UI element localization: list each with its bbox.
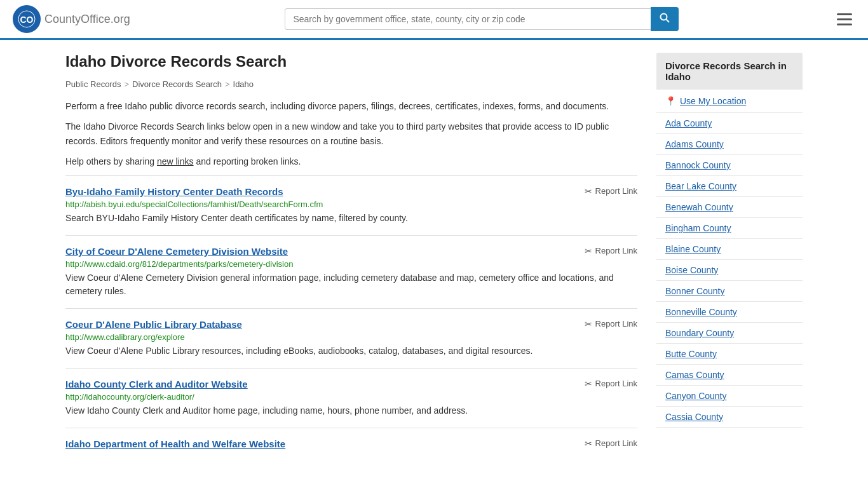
logo-text: CountyOffice.org	[44, 13, 130, 26]
sidebar-county-item: Camas County	[656, 365, 803, 386]
svg-line-3	[667, 20, 670, 23]
result-title-0[interactable]: Byu-Idaho Family History Center Death Re…	[65, 186, 283, 197]
sidebar-county-item: Blaine County	[656, 239, 803, 260]
county-link-10[interactable]: Boundary County	[656, 323, 803, 343]
result-title-4[interactable]: Idaho Department of Health and Welfare W…	[65, 438, 285, 449]
report-icon-4: ✂	[585, 438, 592, 449]
result-desc-2: View Coeur d'Alene Public Library resour…	[65, 344, 637, 358]
county-link-4[interactable]: Benewah County	[656, 197, 803, 217]
description-2: The Idaho Divorce Records Search links b…	[65, 119, 637, 148]
description-1: Perform a free Idaho public divorce reco…	[65, 99, 637, 113]
sidebar-county-item: Adams County	[656, 134, 803, 155]
county-link-7[interactable]: Boise County	[656, 260, 803, 280]
sidebar-county-item: Bannock County	[656, 155, 803, 176]
sidebar-county-item: Boise County	[656, 260, 803, 281]
sidebar-county-item: Bonneville County	[656, 302, 803, 323]
logo[interactable]: CO CountyOffice.org	[13, 5, 130, 33]
report-link-4[interactable]: ✂ Report Link	[585, 438, 637, 449]
sidebar-county-item: Bonner County	[656, 281, 803, 302]
sidebar-county-item: Bingham County	[656, 218, 803, 239]
breadcrumb: Public Records > Divorce Records Search …	[65, 79, 637, 89]
logo-icon: CO	[13, 5, 41, 33]
sidebar-county-item: Canyon County	[656, 386, 803, 407]
result-url-3[interactable]: http://idahocounty.org/clerk-auditor/	[65, 392, 637, 402]
search-input[interactable]	[285, 8, 651, 30]
svg-point-2	[661, 14, 667, 20]
county-link-8[interactable]: Bonner County	[656, 281, 803, 301]
result-desc-3: View Idaho County Clerk and Auditor home…	[65, 404, 637, 417]
report-link-3[interactable]: ✂ Report Link	[585, 379, 637, 389]
results-list: Byu-Idaho Family History Center Death Re…	[65, 175, 637, 462]
result-desc-1: View Coeur d'Alene Cemetery Division gen…	[65, 271, 637, 298]
county-link-3[interactable]: Bear Lake County	[656, 176, 803, 196]
sidebar-county-item: Boundary County	[656, 323, 803, 344]
county-link-2[interactable]: Bannock County	[656, 155, 803, 175]
county-list: Ada CountyAdams CountyBannock CountyBear…	[656, 113, 803, 428]
county-link-1[interactable]: Adams County	[656, 134, 803, 154]
result-item: Coeur D'Alene Public Library Database ✂ …	[65, 308, 637, 368]
county-link-14[interactable]: Cassia County	[656, 407, 803, 427]
sidebar-county-item: Ada County	[656, 113, 803, 134]
report-icon-3: ✂	[585, 379, 592, 389]
report-link-1[interactable]: ✂ Report Link	[585, 246, 637, 256]
result-item: Byu-Idaho Family History Center Death Re…	[65, 175, 637, 235]
sidebar-title: Divorce Records Search in Idaho	[656, 53, 803, 90]
search-area	[285, 7, 679, 31]
report-icon-2: ✂	[585, 319, 592, 329]
search-button[interactable]	[651, 7, 679, 31]
result-desc-0: Search BYU-Idaho Family History Center d…	[65, 212, 637, 225]
main-content: Idaho Divorce Records Search Public Reco…	[65, 53, 637, 462]
sidebar-location[interactable]: 📍 Use My Location	[656, 90, 803, 113]
sidebar-county-item: Benewah County	[656, 197, 803, 218]
sidebar-county-item: Butte County	[656, 344, 803, 365]
result-item: Idaho County Clerk and Auditor Website ✂…	[65, 368, 637, 428]
breadcrumb-sep-2: >	[225, 79, 230, 89]
location-icon: 📍	[665, 96, 676, 106]
description-3: Help others by sharing new links and rep…	[65, 154, 637, 168]
use-my-location-link[interactable]: Use My Location	[680, 96, 746, 106]
result-item: City of Coeur D'Alene Cemetery Division …	[65, 235, 637, 308]
result-url-1[interactable]: http://www.cdaid.org/812/departments/par…	[65, 259, 637, 269]
menu-button[interactable]	[834, 10, 855, 29]
result-url-0[interactable]: http://abish.byui.edu/specialCollections…	[65, 200, 637, 209]
county-link-13[interactable]: Canyon County	[656, 386, 803, 406]
county-link-12[interactable]: Camas County	[656, 365, 803, 385]
result-title-2[interactable]: Coeur D'Alene Public Library Database	[65, 319, 242, 330]
result-title-1[interactable]: City of Coeur D'Alene Cemetery Division …	[65, 246, 288, 257]
sidebar-county-item: Cassia County	[656, 407, 803, 428]
sidebar-county-item: Bear Lake County	[656, 176, 803, 197]
report-link-0[interactable]: ✂ Report Link	[585, 186, 637, 196]
county-link-5[interactable]: Bingham County	[656, 218, 803, 238]
result-url-2[interactable]: http://www.cdalibrary.org/explore	[65, 332, 637, 342]
breadcrumb-divorce-records[interactable]: Divorce Records Search	[132, 79, 222, 89]
breadcrumb-idaho[interactable]: Idaho	[233, 79, 254, 89]
county-link-6[interactable]: Blaine County	[656, 239, 803, 259]
report-icon-0: ✂	[585, 186, 592, 196]
breadcrumb-public-records[interactable]: Public Records	[65, 79, 121, 89]
county-link-0[interactable]: Ada County	[656, 113, 803, 133]
sidebar: Divorce Records Search in Idaho 📍 Use My…	[656, 53, 803, 462]
result-title-3[interactable]: Idaho County Clerk and Auditor Website	[65, 379, 248, 390]
breadcrumb-sep-1: >	[124, 79, 129, 89]
result-item: Idaho Department of Health and Welfare W…	[65, 428, 637, 462]
report-icon-1: ✂	[585, 246, 592, 256]
county-link-11[interactable]: Butte County	[656, 344, 803, 364]
svg-text:CO: CO	[20, 15, 34, 25]
report-link-2[interactable]: ✂ Report Link	[585, 319, 637, 329]
new-links-link[interactable]: new links	[157, 156, 194, 166]
page-title: Idaho Divorce Records Search	[65, 53, 637, 71]
county-link-9[interactable]: Bonneville County	[656, 302, 803, 322]
